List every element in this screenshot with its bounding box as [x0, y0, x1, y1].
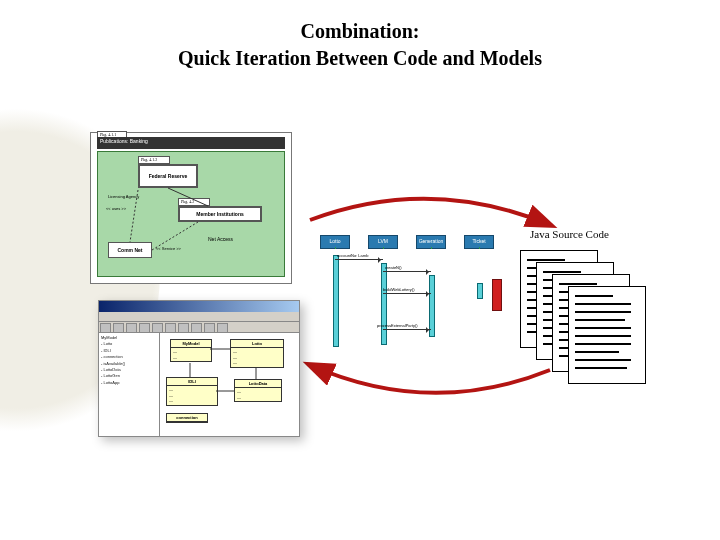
seq-msg: buildWebLottery()	[383, 293, 431, 294]
svg-line-0	[168, 188, 208, 206]
pkg-header: Publications: Banking	[97, 137, 285, 149]
tool-tree: MyModel - Lotto - IDLI - connection - is…	[99, 333, 160, 436]
tool-titlebar	[99, 301, 299, 312]
svg-line-1	[130, 190, 138, 242]
tool-body: MyModel - Lotto - IDLI - connection - is…	[99, 333, 299, 436]
title-line-1: Combination:	[301, 20, 420, 42]
sequence-diagram: Lotto LVM Generation Ticket accountNo: L…	[320, 235, 500, 380]
seq-msg: accountNo: Lamb	[335, 259, 383, 260]
tool-menubar	[99, 312, 299, 322]
code-label: Java Source Code	[530, 228, 609, 240]
seq-msg: createN()	[383, 271, 431, 272]
svg-line-2	[152, 222, 198, 250]
pkg-inner: Pkg. 4.1.2 Federal Reserve Pkg. 4.2 Memb…	[97, 151, 285, 277]
msg-label: processExternalParty()	[377, 323, 418, 328]
uml-package-diagram: Pkg. 4.1.1 Publications: Banking Pkg. 4.…	[90, 132, 292, 284]
tool-canvas: MyModel —— Lotto ——— IDLI ——— LottoData …	[160, 333, 299, 436]
title-line-2: Quick Iteration Between Code and Models	[178, 47, 542, 69]
seq-msg: processExternalParty()	[383, 329, 431, 330]
msg-label: createN()	[385, 265, 402, 270]
msg-label: buildWebLottery()	[383, 287, 415, 292]
source-code-stack: Java Source Code	[520, 250, 670, 390]
return-object	[492, 279, 502, 311]
msg-label: accountNo: Lamb	[337, 253, 368, 258]
tool-toolbar	[99, 322, 299, 333]
uml-tool-screenshot: MyModel - Lotto - IDLI - connection - is…	[98, 300, 300, 437]
code-page	[568, 286, 646, 384]
slide-title: Combination: Quick Iteration Between Cod…	[0, 18, 720, 72]
tree-item: - LottoApp	[101, 380, 157, 386]
